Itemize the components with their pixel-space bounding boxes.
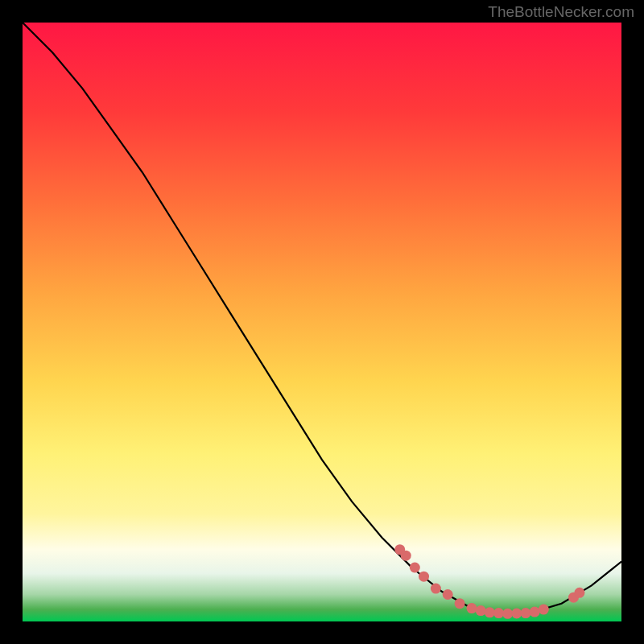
chart-background bbox=[23, 23, 621, 621]
data-point bbox=[530, 607, 540, 617]
attribution-text: TheBottleNecker.com bbox=[488, 3, 634, 21]
data-point bbox=[485, 607, 495, 617]
data-point bbox=[419, 572, 429, 582]
data-point bbox=[502, 609, 513, 619]
chart-area bbox=[23, 23, 621, 621]
chart-svg bbox=[23, 23, 621, 621]
data-point bbox=[539, 605, 549, 615]
data-point bbox=[410, 563, 420, 573]
data-point bbox=[493, 608, 504, 618]
data-point bbox=[476, 605, 486, 616]
data-point bbox=[431, 584, 441, 594]
data-point bbox=[401, 551, 411, 561]
data-point bbox=[511, 609, 522, 619]
data-point bbox=[455, 598, 465, 609]
data-point bbox=[443, 589, 453, 600]
data-point bbox=[574, 588, 584, 598]
data-point bbox=[521, 608, 531, 618]
data-point bbox=[467, 603, 477, 613]
